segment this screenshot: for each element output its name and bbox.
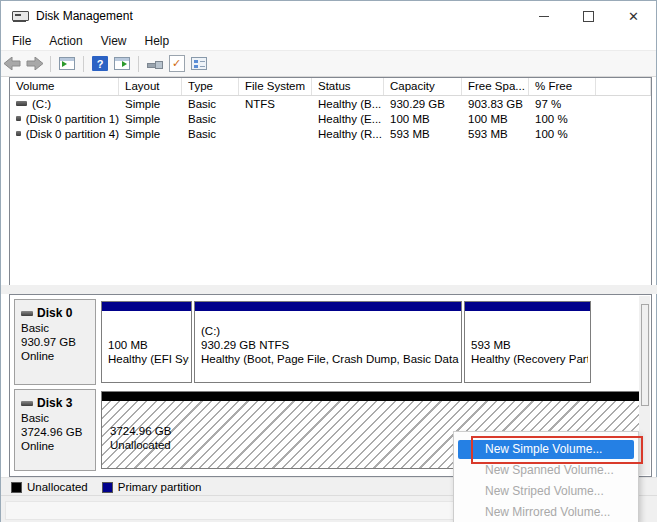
- volume-layout: Simple: [119, 128, 182, 140]
- volume-free-space: 593 MB: [462, 128, 529, 140]
- vertical-scrollbar[interactable]: [639, 296, 650, 475]
- primary-partition-swatch: [102, 482, 113, 493]
- disk-3-label[interactable]: Disk 3 Basic 3724.96 GB Online: [14, 389, 96, 471]
- console-tree-button[interactable]: [56, 54, 78, 74]
- toolbar: ? ✓: [1, 50, 656, 77]
- volume-icon: [16, 116, 21, 121]
- partition-size: 593 MB: [471, 338, 588, 352]
- column-header-volume[interactable]: Volume: [10, 78, 119, 95]
- column-header-file-system[interactable]: File System: [239, 78, 312, 95]
- menu-item-label: New Striped Volume...: [485, 484, 604, 498]
- disk-icon: [21, 311, 33, 316]
- menu-item-label: New Mirrored Volume...: [485, 505, 610, 519]
- volume-row-c[interactable]: (C:) Simple Basic NTFS Healthy (B... 930…: [10, 96, 651, 111]
- menu-item-label: New Simple Volume...: [485, 442, 602, 456]
- pane-splitter[interactable]: [1, 285, 657, 294]
- popup-icon: [147, 58, 163, 70]
- disk-name: Disk 0: [37, 306, 72, 320]
- partition-recovery[interactable]: 593 MB Healthy (Recovery Partiti: [464, 301, 591, 383]
- volume-name: (Disk 0 partition 1): [26, 113, 119, 125]
- menu-item-label: New Spanned Volume...: [485, 463, 614, 477]
- volume-row-disk0-part1[interactable]: (Disk 0 partition 1) Simple Basic Health…: [10, 111, 651, 126]
- disk-icon: [21, 401, 33, 406]
- volume-status: Healthy (B...: [312, 98, 384, 110]
- toolbar-separator: [50, 56, 51, 72]
- close-icon: ✕: [628, 10, 639, 23]
- properties-icon: [191, 57, 207, 70]
- primary-partition-band: [195, 302, 461, 311]
- menu-action[interactable]: Action: [40, 32, 91, 50]
- back-icon: [4, 57, 21, 70]
- disk-0-label[interactable]: Disk 0 Basic 930.97 GB Online: [14, 299, 96, 385]
- action-pane-icon: [114, 57, 130, 70]
- column-header-filler: [596, 78, 651, 95]
- volume-icon: [16, 131, 21, 136]
- menu-item-new-mirrored-volume: New Mirrored Volume...: [454, 502, 638, 522]
- partition-letter: (C:): [201, 324, 459, 338]
- disk-management-app-icon: [12, 10, 28, 23]
- minimize-icon: [539, 16, 549, 17]
- check-document-button[interactable]: ✓: [166, 54, 188, 74]
- disk-status: Online: [21, 440, 95, 452]
- maximize-icon: [583, 11, 594, 22]
- volume-file-system: NTFS: [239, 98, 312, 110]
- volume-row-disk0-part4[interactable]: (Disk 0 partition 4) Simple Basic Health…: [10, 126, 651, 141]
- menu-help[interactable]: Help: [136, 32, 179, 50]
- popup-button[interactable]: [144, 54, 166, 74]
- primary-partition-band: [102, 302, 191, 311]
- volume-capacity: 100 MB: [384, 113, 462, 125]
- legend-unallocated-label: Unallocated: [27, 481, 88, 493]
- volume-list-header: Volume Layout Type File System Status Ca…: [10, 78, 651, 96]
- help-button[interactable]: ?: [89, 54, 111, 74]
- column-header-status[interactable]: Status: [312, 78, 384, 95]
- console-tree-icon: [59, 57, 75, 70]
- column-header-free-space[interactable]: Free Spa...: [462, 78, 529, 95]
- volume-pct-free: 97 %: [529, 98, 596, 110]
- check-document-icon: ✓: [169, 55, 185, 72]
- disk-management-window: Disk Management ✕ File Action View Help …: [0, 0, 657, 522]
- help-icon: ?: [92, 56, 108, 71]
- unallocated-label: Unallocated: [110, 438, 171, 452]
- toolbar-separator: [83, 56, 84, 72]
- minimize-button[interactable]: [521, 1, 566, 31]
- scrollbar-thumb[interactable]: [641, 304, 649, 406]
- back-button[interactable]: [1, 54, 23, 74]
- close-button[interactable]: ✕: [611, 1, 656, 31]
- properties-button[interactable]: [188, 54, 210, 74]
- volume-status: Healthy (R...: [312, 128, 384, 140]
- menu-item-new-striped-volume: New Striped Volume...: [454, 481, 638, 502]
- disk-status: Online: [21, 350, 95, 362]
- partition-efi[interactable]: 100 MB Healthy (EFI Syst: [101, 301, 192, 383]
- volume-list-pane: Volume Layout Type File System Status Ca…: [9, 77, 652, 286]
- menu-file[interactable]: File: [1, 32, 40, 50]
- column-header-layout[interactable]: Layout: [119, 78, 182, 95]
- volume-type: Basic: [182, 113, 239, 125]
- column-header-pct-free[interactable]: % Free: [529, 78, 596, 95]
- disk-size: 930.97 GB: [21, 336, 95, 348]
- column-header-capacity[interactable]: Capacity: [384, 78, 462, 95]
- partition-c[interactable]: (C:) 930.29 GB NTFS Healthy (Boot, Page …: [194, 301, 462, 383]
- context-menu: New Simple Volume... New Spanned Volume.…: [453, 431, 639, 522]
- column-header-type[interactable]: Type: [182, 78, 239, 95]
- menu-item-new-simple-volume[interactable]: New Simple Volume...: [454, 439, 638, 460]
- volume-capacity: 593 MB: [384, 128, 462, 140]
- disk-type: Basic: [21, 322, 95, 334]
- disk-size: 3724.96 GB: [21, 426, 95, 438]
- partition-size: 930.29 GB NTFS: [201, 338, 459, 352]
- partition-status: Healthy (Recovery Partiti: [471, 352, 588, 366]
- disk-0-row: Disk 0 Basic 930.97 GB Online 100 MB Hea…: [14, 299, 640, 385]
- window-title: Disk Management: [36, 9, 133, 23]
- forward-button[interactable]: [23, 54, 45, 74]
- partition-status: Healthy (Boot, Page File, Crash Dump, Ba…: [201, 352, 459, 366]
- volume-capacity: 930.29 GB: [384, 98, 462, 110]
- volume-type: Basic: [182, 98, 239, 110]
- maximize-button[interactable]: [566, 1, 611, 31]
- menu-bar: File Action View Help: [1, 31, 656, 50]
- partition-size: 100 MB: [108, 338, 189, 352]
- volume-free-space: 100 MB: [462, 113, 529, 125]
- menu-view[interactable]: View: [92, 32, 136, 50]
- action-pane-button[interactable]: [111, 54, 133, 74]
- menu-item-new-spanned-volume: New Spanned Volume...: [454, 460, 638, 481]
- forward-icon: [26, 57, 43, 70]
- title-bar: Disk Management ✕: [1, 1, 656, 31]
